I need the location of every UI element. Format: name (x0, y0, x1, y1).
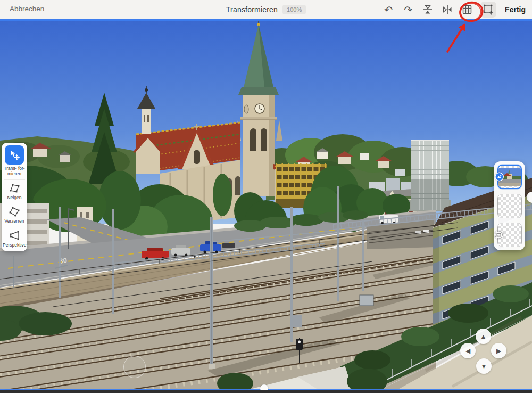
transform-tools-panel: Trans- for- mieren Neigen Verzerren Pers… (2, 143, 27, 251)
layer-thumbnail-empty-badged[interactable] (497, 223, 522, 247)
layers-panel (494, 161, 525, 250)
divider (4, 203, 25, 203)
undo-icon[interactable]: ↶ (382, 3, 395, 16)
flip-vertical-icon[interactable] (421, 3, 434, 16)
nudge-right-button[interactable]: ▶ (491, 343, 506, 358)
pasteboard-strip (0, 390, 532, 393)
layer-type-badge (495, 173, 504, 182)
divider (4, 227, 25, 227)
top-toolbar: Abbrechen Transformieren 100% ↶ ↷ Fertig (0, 0, 532, 19)
nudge-left-button[interactable]: ◀ (460, 343, 476, 358)
arrow-up-icon: ▲ (480, 333, 487, 340)
divider (4, 179, 25, 180)
grid-icon[interactable] (461, 3, 473, 16)
photo-st-gallen[interactable]: 30 (0, 19, 532, 390)
touch-indicator-ring (123, 356, 146, 378)
transform-box-top-edge[interactable] (0, 19, 532, 21)
layer-thumbnail-empty[interactable] (497, 194, 522, 218)
flip-horizontal-icon[interactable] (441, 3, 454, 16)
arrow-down-icon: ▼ (481, 363, 487, 370)
transform-mode-button-selected[interactable] (480, 2, 496, 18)
done-button[interactable]: Fertig (505, 5, 526, 14)
page-title: Transformieren (226, 5, 278, 14)
document-canvas[interactable]: 30 (0, 19, 532, 390)
tool-perspective-label: Perspektive (3, 243, 26, 248)
tool-distort-icon[interactable] (8, 206, 21, 217)
toolbar-actions: ↶ ↷ Fertig (382, 0, 526, 19)
nudge-down-button[interactable]: ▼ (476, 358, 492, 374)
tool-perspective-icon[interactable] (8, 230, 21, 241)
tool-transform-label: Trans- for- mieren (3, 166, 26, 177)
tool-skew-label: Neigen (3, 195, 26, 201)
arrow-right-icon: ▶ (496, 347, 501, 355)
tool-skew-icon[interactable] (8, 182, 21, 194)
layer-type-badge (494, 231, 503, 240)
layer-thumbnail-selected[interactable] (497, 165, 522, 189)
photoshop-ipad-transform-view: Abbrechen Transformieren 100% ↶ ↷ Fertig (0, 0, 532, 393)
tool-distort-label: Verzerren (3, 219, 26, 224)
redo-icon[interactable]: ↷ (402, 3, 414, 16)
tool-transform-selected[interactable] (5, 145, 24, 165)
zoom-level-badge[interactable]: 100% (282, 5, 306, 14)
layer-transparency-checker (498, 194, 521, 218)
arrow-left-icon: ◀ (466, 347, 470, 355)
nudge-up-button[interactable]: ▲ (476, 329, 491, 344)
